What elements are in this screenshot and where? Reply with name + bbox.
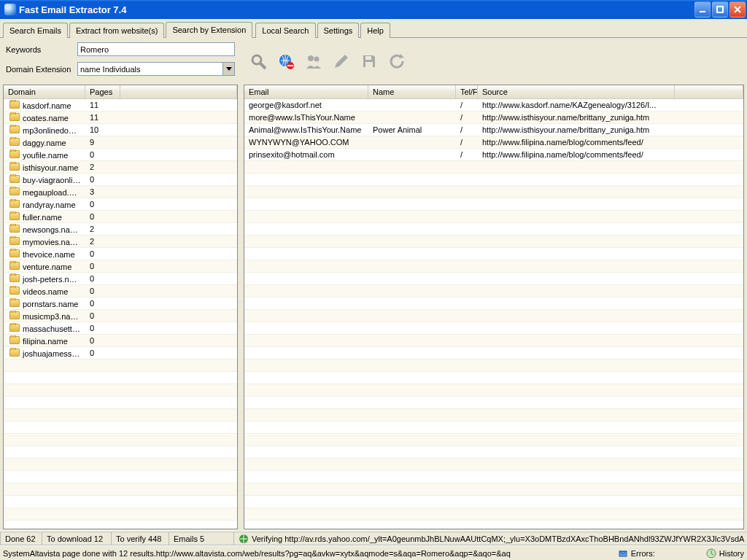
table-row[interactable]: Animal@www.IsThisYour.NamePower Animal/h… xyxy=(244,124,743,136)
table-row[interactable] xyxy=(244,174,743,186)
table-row[interactable] xyxy=(244,434,743,446)
table-row[interactable] xyxy=(244,471,743,483)
minimize-button[interactable] xyxy=(694,1,711,18)
col-spacer[interactable] xyxy=(120,85,237,98)
tab-search-emails[interactable]: Search Emails xyxy=(3,23,68,38)
table-row[interactable] xyxy=(244,285,743,298)
col-spacer-right[interactable] xyxy=(675,85,743,98)
tab-help[interactable]: Help xyxy=(360,23,390,38)
table-row[interactable] xyxy=(244,421,743,434)
table-row[interactable]: randyray.name0 xyxy=(4,198,237,211)
edit-icon[interactable] xyxy=(331,51,352,71)
table-row[interactable] xyxy=(244,273,743,285)
col-email[interactable]: Email xyxy=(244,85,368,98)
table-row[interactable] xyxy=(4,434,237,446)
table-row[interactable] xyxy=(244,446,743,459)
table-row[interactable] xyxy=(244,322,743,335)
table-row[interactable]: pornstars.name0 xyxy=(4,298,237,310)
table-row[interactable]: massachusetts.n...0 xyxy=(4,322,237,335)
table-row[interactable]: daggy.name9 xyxy=(4,136,237,149)
refresh-icon[interactable] xyxy=(387,51,407,71)
users-icon[interactable] xyxy=(303,51,324,71)
table-row[interactable]: venture.name0 xyxy=(4,260,237,273)
chevron-down-icon[interactable] xyxy=(222,63,234,75)
table-row[interactable]: thevoice.name0 xyxy=(4,248,237,260)
table-row[interactable]: kasdorf.name11 xyxy=(4,99,237,112)
table-row[interactable] xyxy=(244,310,743,322)
tab-local-search[interactable]: Local Search xyxy=(255,23,315,38)
table-row[interactable]: josh-peters.name0 xyxy=(4,273,237,285)
table-row[interactable] xyxy=(244,372,743,384)
table-row[interactable] xyxy=(244,211,743,223)
table-row[interactable] xyxy=(244,459,743,471)
keywords-input[interactable] xyxy=(77,42,235,56)
table-row[interactable]: WYNYWYN@YAHOO.COM/http://www.filipina.na… xyxy=(244,136,743,149)
table-row[interactable] xyxy=(244,359,743,372)
table-row[interactable]: more@www.IsThisYour.Name/http://www.isth… xyxy=(244,112,743,124)
table-row[interactable]: fuller.name0 xyxy=(4,211,237,223)
table-row[interactable] xyxy=(244,409,743,421)
table-row[interactable]: prinsexito@hotmail.com/http://www.filipi… xyxy=(244,149,743,161)
col-pages[interactable]: Pages xyxy=(85,85,120,98)
col-domain[interactable]: Domain xyxy=(4,85,85,98)
table-row[interactable] xyxy=(244,198,743,211)
table-row[interactable] xyxy=(244,186,743,198)
table-row[interactable]: buy-viagraonline....0 xyxy=(4,174,237,186)
history-label[interactable]: History xyxy=(719,549,744,558)
col-source[interactable]: Source xyxy=(478,85,675,98)
globe-stop-icon[interactable] xyxy=(276,51,296,71)
table-row[interactable]: musicmp3.name0 xyxy=(4,310,237,322)
table-row[interactable] xyxy=(244,347,743,359)
table-row[interactable] xyxy=(244,298,743,310)
domains-list[interactable]: kasdorf.name11coates.name11mp3onlinedown… xyxy=(4,99,237,529)
table-row[interactable] xyxy=(4,483,237,496)
maximize-button[interactable] xyxy=(712,1,728,18)
table-row[interactable] xyxy=(244,384,743,397)
tab-search-by-extension[interactable]: Search by Extension xyxy=(166,22,252,38)
table-row[interactable] xyxy=(4,421,237,434)
table-row[interactable] xyxy=(244,161,743,174)
table-row[interactable]: newsongs.name2 xyxy=(4,223,237,236)
emails-list[interactable]: george@kasdorf.net/http://www.kasdorf.na… xyxy=(244,99,743,529)
table-row[interactable]: joshuajamesslone...0 xyxy=(4,347,237,359)
table-row[interactable] xyxy=(244,248,743,260)
tab-settings[interactable]: Settings xyxy=(317,23,360,38)
table-row[interactable] xyxy=(244,397,743,409)
table-row[interactable] xyxy=(4,508,237,521)
table-row[interactable]: filipina.name0 xyxy=(4,335,237,347)
col-tel[interactable]: Tel/Fax xyxy=(456,85,478,98)
table-row[interactable]: videos.name0 xyxy=(4,285,237,298)
errors-label[interactable]: Errors: xyxy=(631,549,655,558)
table-row[interactable] xyxy=(244,223,743,236)
table-row[interactable] xyxy=(4,459,237,471)
table-row[interactable]: mymovies.name2 xyxy=(4,236,237,248)
table-row[interactable] xyxy=(4,496,237,508)
table-row[interactable] xyxy=(4,446,237,459)
table-row[interactable] xyxy=(4,471,237,483)
table-row[interactable]: mp3onlinedownlo...10 xyxy=(4,124,237,136)
history-icon[interactable] xyxy=(706,548,716,559)
table-row[interactable] xyxy=(4,409,237,421)
table-row[interactable] xyxy=(4,359,237,372)
col-name[interactable]: Name xyxy=(368,85,456,98)
table-row[interactable] xyxy=(244,508,743,521)
error-icon[interactable] xyxy=(618,548,628,559)
table-row[interactable] xyxy=(244,335,743,347)
domain-extension-combo[interactable] xyxy=(77,62,235,76)
table-row[interactable] xyxy=(244,496,743,508)
tab-extract-from-website-s-[interactable]: Extract from website(s) xyxy=(69,23,164,38)
table-row[interactable]: megaupload.name3 xyxy=(4,186,237,198)
table-row[interactable]: youfile.name0 xyxy=(4,149,237,161)
table-row[interactable] xyxy=(244,260,743,273)
save-icon[interactable] xyxy=(359,51,379,71)
table-row[interactable]: coates.name11 xyxy=(4,112,237,124)
table-row[interactable]: isthisyour.name2 xyxy=(4,161,237,174)
table-row[interactable] xyxy=(4,397,237,409)
table-row[interactable] xyxy=(4,384,237,397)
table-row[interactable] xyxy=(244,236,743,248)
domain-extension-input[interactable] xyxy=(77,62,235,76)
table-row[interactable]: george@kasdorf.net/http://www.kasdorf.na… xyxy=(244,99,743,112)
table-row[interactable] xyxy=(244,483,743,496)
close-button[interactable] xyxy=(729,1,746,18)
search-icon[interactable] xyxy=(248,51,268,71)
